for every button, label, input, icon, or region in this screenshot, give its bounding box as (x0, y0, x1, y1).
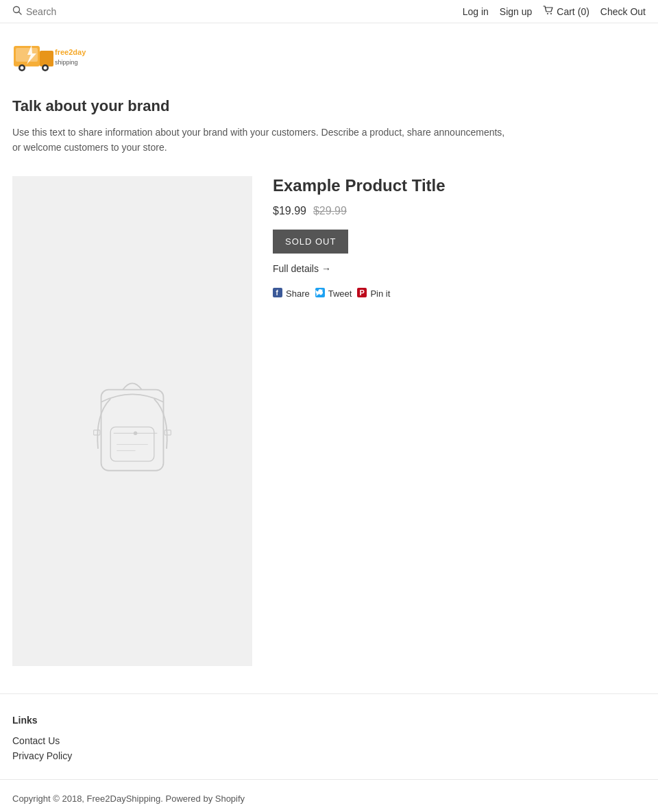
product-image (12, 176, 252, 666)
brand-section: Talk about your brand Use this text to s… (12, 97, 646, 156)
social-share: f Share Tweet (273, 288, 646, 299)
contact-us-link[interactable]: Contact Us (12, 735, 646, 746)
signup-link[interactable]: Sign up (500, 6, 532, 17)
product-title: Example Product Title (273, 176, 646, 195)
brand-title: Talk about your brand (12, 97, 646, 115)
cart-link[interactable]: Cart (0) (543, 5, 589, 17)
share-label: Share (286, 288, 310, 299)
nav-links: Log in Sign up Cart (0) Check Out (463, 5, 646, 17)
login-link[interactable]: Log in (463, 6, 489, 17)
cart-label: Cart (557, 6, 574, 17)
logo: free2day shipping (12, 36, 95, 77)
svg-text:shipping: shipping (55, 59, 78, 66)
top-navigation: Log in Sign up Cart (0) Check Out (0, 0, 658, 23)
svg-rect-5 (40, 51, 53, 66)
price-original: $29.99 (313, 205, 347, 217)
privacy-policy-link[interactable]: Privacy Policy (12, 750, 646, 761)
pinterest-share-button[interactable]: P Pin it (357, 288, 390, 299)
backpack-illustration (71, 352, 194, 489)
cart-count: (0) (578, 6, 589, 17)
full-details-link[interactable]: Full details → (273, 263, 646, 274)
svg-point-7 (21, 66, 24, 70)
price-row: $19.99 $29.99 (273, 205, 646, 217)
footer-links-section: Links Contact Us Privacy Policy (0, 693, 658, 779)
pin-label: Pin it (370, 288, 390, 299)
product-layout: Example Product Title $19.99 $29.99 SOLD… (12, 176, 646, 666)
svg-rect-20 (94, 430, 100, 435)
logo-link[interactable]: free2day shipping (12, 36, 646, 77)
svg-text:P: P (360, 288, 365, 297)
main-content: Talk about your brand Use this text to s… (0, 84, 658, 693)
svg-point-9 (44, 66, 47, 70)
search-icon (12, 5, 22, 17)
price-current: $19.99 (273, 205, 306, 217)
svg-line-1 (19, 12, 22, 15)
product-info: Example Product Title $19.99 $29.99 SOLD… (273, 176, 646, 299)
svg-text:free2day: free2day (55, 48, 86, 56)
facebook-share-button[interactable]: f Share (273, 288, 310, 299)
svg-point-3 (550, 13, 552, 14)
copyright-text: Copyright © 2018, Free2DayShipping. Powe… (12, 793, 245, 804)
logo-area: free2day shipping (0, 23, 658, 84)
svg-point-2 (547, 13, 548, 14)
tweet-label: Tweet (328, 288, 352, 299)
copyright-bar: Copyright © 2018, Free2DayShipping. Powe… (0, 779, 658, 812)
svg-point-17 (134, 432, 137, 435)
full-details-label: Full details (273, 263, 319, 274)
twitter-share-button[interactable]: Tweet (315, 288, 352, 299)
sold-out-button[interactable]: SOLD OUT (273, 230, 348, 254)
search-input[interactable] (26, 6, 108, 17)
cart-icon (543, 5, 554, 17)
brand-description: Use this text to share information about… (12, 125, 506, 156)
checkout-link[interactable]: Check Out (600, 6, 646, 17)
facebook-icon: f (273, 288, 282, 299)
twitter-icon (315, 288, 325, 299)
full-details-arrow: → (321, 263, 331, 274)
pinterest-icon: P (357, 288, 367, 299)
search-form (12, 5, 108, 17)
svg-rect-21 (164, 430, 171, 435)
footer-links-title: Links (12, 715, 646, 726)
